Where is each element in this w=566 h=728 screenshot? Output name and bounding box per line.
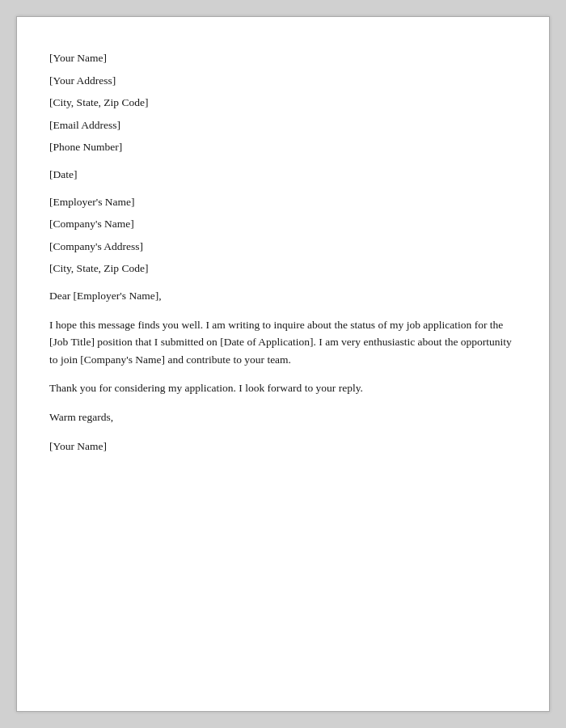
signature: [Your Name]	[49, 438, 517, 455]
recipient-company-address: [Company's Address]	[49, 238, 517, 256]
sender-email: [Email Address]	[49, 116, 517, 134]
recipient-employer-name: [Employer's Name]	[49, 193, 517, 211]
sender-phone: [Phone Number]	[49, 138, 517, 156]
body-paragraph-1: I hope this message finds you well. I am…	[49, 316, 517, 369]
recipient-company-name: [Company's Name]	[49, 215, 517, 233]
closing: Warm regards,	[49, 408, 517, 426]
recipient-city-state-zip: [City, State, Zip Code]	[49, 260, 517, 277]
salutation: Dear [Employer's Name],	[49, 287, 517, 305]
sender-city-state-zip: [City, State, Zip Code]	[49, 94, 517, 112]
letter-document: [Your Name] [Your Address] [City, State,…	[16, 16, 550, 712]
sender-address: [Your Address]	[49, 72, 517, 90]
body-paragraph-2: Thank you for considering my application…	[49, 379, 517, 397]
sender-name: [Your Name]	[49, 49, 517, 67]
letter-date: [Date]	[49, 166, 517, 184]
